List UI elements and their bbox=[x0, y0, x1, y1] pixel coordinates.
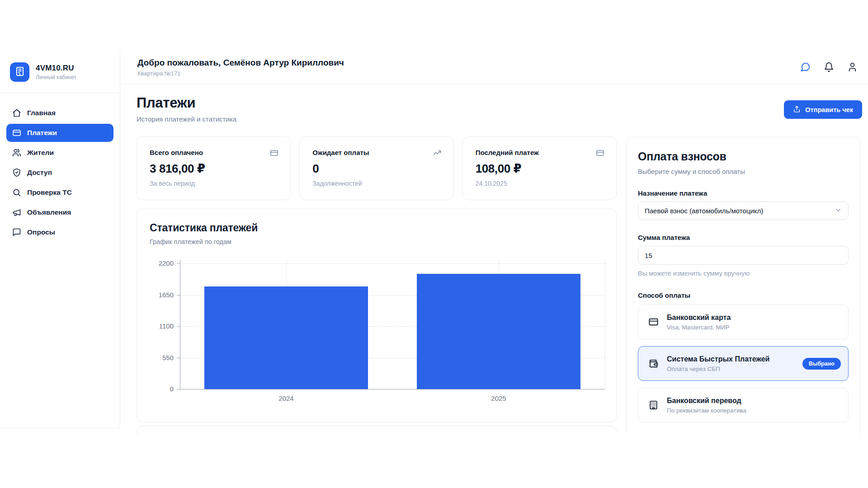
stat-card-pending: Ожидает оплаты0Задолженностей bbox=[299, 136, 453, 200]
method-label: Способ оплаты bbox=[638, 291, 849, 299]
building-icon bbox=[14, 66, 25, 79]
payment-method-sbp[interactable]: Система Быстрых ПлатежейОплата через СБП… bbox=[638, 346, 849, 381]
y-tickmark bbox=[177, 295, 180, 296]
sidebar-item-vehicle-check[interactable]: Проверка ТС bbox=[6, 183, 113, 202]
sidebar-item-payments[interactable]: Платежи bbox=[6, 124, 113, 142]
h-gridline bbox=[180, 263, 605, 264]
credit-card-icon bbox=[596, 149, 604, 159]
payments-chart-card: Статистика платежей График платежей по г… bbox=[137, 209, 617, 422]
user-icon bbox=[847, 62, 858, 73]
welcome-title: Добро пожаловать, Семёнов Артур Кириллов… bbox=[137, 58, 344, 68]
home-icon bbox=[12, 108, 21, 117]
sidebar-item-label: Опросы bbox=[27, 228, 55, 236]
payment-method-title: Банковский перевод bbox=[667, 397, 746, 405]
y-tick-label: 0 bbox=[141, 385, 174, 393]
selected-badge: Выбрано bbox=[802, 358, 841, 370]
purpose-select-value: Паевой взнос (автомобиль/мотоцикл) bbox=[645, 207, 763, 215]
y-tickmark bbox=[177, 358, 180, 358]
message-square-icon bbox=[12, 228, 21, 237]
topbar-messages-button[interactable] bbox=[800, 62, 811, 73]
payment-panel-subtitle: Выберите сумму и способ оплаты bbox=[638, 168, 849, 175]
payment-method-transfer[interactable]: Банковский переводПо реквизитам кооперат… bbox=[638, 388, 849, 422]
sidebar-item-access[interactable]: Доступ bbox=[6, 164, 113, 182]
y-tick-label: 2200 bbox=[141, 259, 174, 267]
stat-value: 0 bbox=[312, 162, 440, 176]
payment-method-subtitle: Visa, Mastercard, МИР bbox=[667, 324, 731, 331]
chat-bubble-icon bbox=[800, 62, 811, 73]
trend-up-icon bbox=[433, 149, 442, 159]
stat-note: Задолженностей bbox=[312, 180, 440, 187]
y-tickmark bbox=[177, 326, 180, 327]
screen: 4VM10.RU Личный кабинет ГлавнаяПлатежиЖи… bbox=[0, 0, 868, 488]
page-subtitle: История платежей и статистика bbox=[137, 115, 862, 123]
payment-method-text: Банковский картаVisa, Mastercard, МИР bbox=[667, 314, 731, 331]
topbar: Добро пожаловать, Семёнов Артур Кириллов… bbox=[120, 51, 868, 84]
y-tick-label: 1100 bbox=[141, 322, 174, 330]
send-receipt-button[interactable]: Отправить чек bbox=[784, 100, 862, 119]
sidebar-item-residents[interactable]: Жители bbox=[6, 144, 113, 162]
bar-2024 bbox=[204, 286, 368, 389]
stat-label: Ожидает оплаты bbox=[312, 149, 440, 156]
chevron-down-icon bbox=[835, 206, 842, 216]
stat-note: За весь период bbox=[150, 180, 278, 187]
purpose-select[interactable]: Паевой взнос (автомобиль/мотоцикл) bbox=[638, 202, 849, 220]
amount-note: Вы можете изменить сумму вручную bbox=[638, 270, 849, 277]
sidebar-nav: ГлавнаяПлатежиЖителиДоступПроверка ТСОбъ… bbox=[0, 93, 120, 241]
sidebar-item-label: Проверка ТС bbox=[27, 188, 72, 197]
welcome-block: Добро пожаловать, Семёнов Артур Кириллов… bbox=[137, 58, 344, 77]
topbar-notifications-button[interactable] bbox=[824, 62, 835, 73]
bar-chart: 055011001650220020242025 bbox=[137, 209, 616, 422]
bell-icon bbox=[824, 62, 834, 73]
y-tick-label: 1650 bbox=[141, 291, 174, 299]
apartment-number: Квартира №171 bbox=[137, 70, 344, 77]
brand-logo bbox=[10, 62, 29, 82]
y-tickmark bbox=[177, 389, 180, 389]
payment-method-text: Система Быстрых ПлатежейОплата через СБП bbox=[667, 355, 769, 372]
purpose-label: Назначение платежа bbox=[638, 189, 849, 197]
amount-input[interactable] bbox=[638, 246, 849, 265]
credit-card-icon bbox=[270, 149, 278, 159]
stat-value: 3 816,00 ₽ bbox=[150, 162, 278, 176]
send-receipt-label: Отправить чек bbox=[805, 106, 853, 113]
x-tick-label: 2025 bbox=[481, 394, 517, 402]
stat-value: 108,00 ₽ bbox=[476, 162, 604, 176]
sidebar-item-label: Главная bbox=[27, 109, 56, 117]
sidebar-item-home[interactable]: Главная bbox=[6, 104, 113, 122]
search-icon bbox=[12, 188, 21, 197]
megaphone-icon bbox=[12, 208, 21, 217]
topbar-icons bbox=[800, 62, 858, 73]
payment-method-title: Система Быстрых Платежей bbox=[667, 355, 769, 363]
sidebar-item-surveys[interactable]: Опросы bbox=[6, 223, 113, 241]
payment-method-title: Банковский карта bbox=[667, 314, 731, 322]
payment-method-subtitle: Оплата через СБП bbox=[667, 366, 769, 372]
credit-card-icon bbox=[12, 128, 21, 137]
sidebar-item-label: Объявления bbox=[27, 208, 71, 216]
brand: 4VM10.RU Личный кабинет bbox=[0, 51, 120, 93]
credit-card-icon bbox=[648, 317, 659, 327]
sidebar-item-announcements[interactable]: Объявления bbox=[6, 203, 113, 221]
stat-card-total-paid: Всего оплачено3 816,00 ₽За весь период bbox=[137, 136, 291, 200]
page-title: Платежи bbox=[137, 95, 862, 111]
x-axis-line bbox=[180, 389, 605, 389]
bar-2025 bbox=[417, 274, 580, 389]
brand-subtitle: Личный кабинет bbox=[36, 74, 76, 80]
sidebar-item-label: Доступ bbox=[27, 169, 52, 177]
payment-methods: Банковский картаVisa, Mastercard, МИРСис… bbox=[638, 305, 849, 422]
stat-note: 24.10.2025 bbox=[476, 180, 604, 187]
shield-check-icon bbox=[12, 168, 21, 177]
sidebar: 4VM10.RU Личный кабинет ГлавнаяПлатежиЖи… bbox=[0, 51, 120, 428]
topbar-profile-button[interactable] bbox=[847, 62, 858, 73]
v-gridline-right bbox=[605, 260, 605, 389]
brand-name: 4VM10.RU bbox=[36, 64, 76, 73]
stat-card-last-payment: Последний платеж108,00 ₽24.10.2025 bbox=[462, 136, 617, 200]
y-tick-label: 550 bbox=[141, 354, 174, 361]
wallet-icon bbox=[648, 358, 659, 369]
payment-method-card[interactable]: Банковский картаVisa, Mastercard, МИР bbox=[638, 305, 849, 339]
next-section-card-peek bbox=[137, 426, 617, 434]
payment-method-subtitle: По реквизитам кооператива bbox=[667, 407, 746, 414]
stats-row: Всего оплачено3 816,00 ₽За весь периодОж… bbox=[137, 136, 617, 200]
y-axis-line bbox=[180, 260, 180, 389]
bank-icon bbox=[648, 400, 659, 410]
payment-method-text: Банковский переводПо реквизитам кооперат… bbox=[667, 397, 746, 414]
sidebar-item-label: Жители bbox=[27, 149, 54, 157]
